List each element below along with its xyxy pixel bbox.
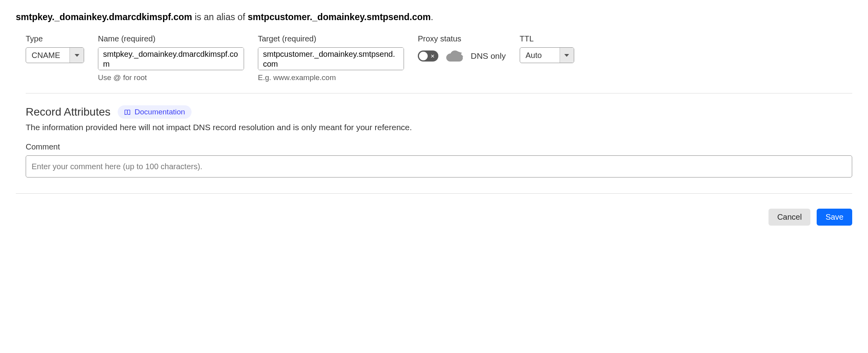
ttl-field: TTL Auto (520, 34, 574, 63)
summary-suffix: . (431, 12, 433, 22)
name-hint: Use @ for root (98, 73, 244, 82)
type-select[interactable]: CNAME (26, 47, 84, 63)
summary-target: smtpcustomer._domainkey.smtpsend.com (248, 12, 431, 22)
record-summary: smtpkey._domainkey.dmarcdkimspf.com is a… (16, 12, 852, 22)
type-select-value: CNAME (26, 48, 70, 63)
dns-form-row: Type CNAME Name (required) Use @ for roo… (26, 34, 852, 93)
target-hint: E.g. www.example.com (258, 73, 404, 82)
record-attributes-section: Record Attributes Documentation The info… (26, 105, 852, 177)
documentation-link[interactable]: Documentation (118, 105, 192, 119)
cloud-icon (445, 50, 464, 62)
name-field: Name (required) Use @ for root (98, 34, 244, 82)
cancel-button[interactable]: Cancel (768, 209, 810, 226)
comment-label: Comment (26, 142, 852, 151)
proxy-toggle[interactable]: ✕ (418, 50, 438, 62)
target-label: Target (required) (258, 34, 404, 43)
chevron-down-icon (75, 54, 79, 57)
close-icon: ✕ (430, 54, 435, 59)
name-input[interactable] (98, 47, 244, 70)
type-label: Type (26, 34, 84, 43)
comment-input[interactable] (26, 155, 852, 177)
name-label: Name (required) (98, 34, 244, 43)
save-button[interactable]: Save (817, 209, 852, 226)
ttl-select-value: Auto (520, 48, 560, 63)
target-field: Target (required) E.g. www.example.com (258, 34, 404, 82)
book-icon (124, 109, 131, 116)
target-input[interactable] (258, 47, 404, 70)
attributes-description: The information provided here will not i… (26, 123, 852, 132)
ttl-label: TTL (520, 34, 574, 43)
type-select-button[interactable] (70, 48, 84, 63)
chevron-down-icon (564, 54, 569, 57)
type-field: Type CNAME (26, 34, 84, 63)
actions-row: Cancel Save (16, 193, 852, 226)
attributes-title: Record Attributes (26, 106, 111, 118)
proxy-status-text: DNS only (471, 51, 506, 61)
summary-middle: is an alias of (192, 12, 248, 22)
documentation-label: Documentation (135, 108, 185, 116)
toggle-knob (419, 52, 428, 60)
summary-domain: smtpkey._domainkey.dmarcdkimspf.com (16, 12, 192, 22)
ttl-select-button[interactable] (560, 48, 574, 63)
proxy-label: Proxy status (418, 34, 506, 43)
proxy-field: Proxy status ✕ DNS only (418, 34, 506, 64)
ttl-select[interactable]: Auto (520, 47, 574, 63)
